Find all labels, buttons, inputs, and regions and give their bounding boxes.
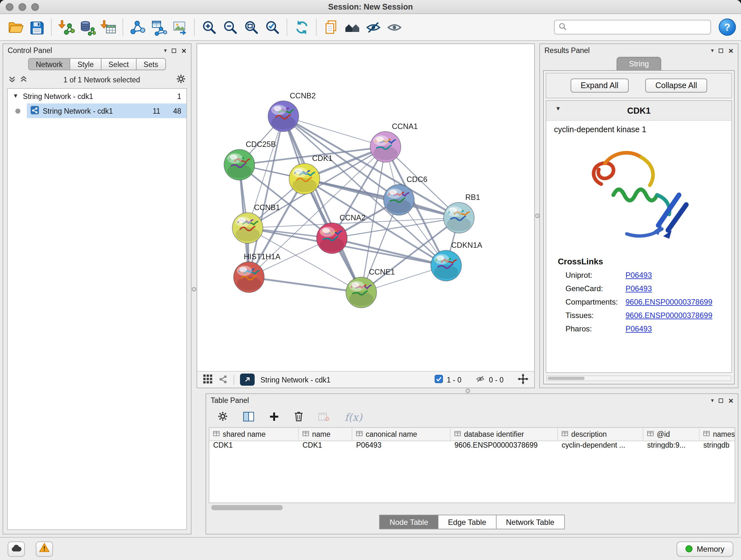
node-CDKN1A[interactable]: CDKN1A [431, 241, 482, 281]
node-CCNA1[interactable]: CCNA1 [370, 122, 418, 162]
column-header-namespace[interactable]: namespace [699, 428, 735, 441]
table-panel-close-button[interactable]: × [729, 396, 733, 405]
collapse-all-button[interactable]: Collapse All [645, 78, 708, 92]
collapse-all-icon[interactable] [8, 75, 16, 84]
node-RB1[interactable]: RB1 [444, 193, 480, 233]
network-view[interactable]: CCNB2CCNA1CDC25BCDK1CDC6RB1CCNB1CCNA2CDK… [197, 44, 535, 388]
export-image-button[interactable] [169, 16, 190, 38]
crosslink-link[interactable]: P06493 [625, 324, 652, 333]
hidden-eye-slash-icon[interactable] [475, 374, 485, 385]
warnings-button[interactable] [36, 541, 53, 557]
function-builder-button[interactable]: f(x) [345, 411, 362, 423]
tab-network-table[interactable]: Network Table [496, 515, 565, 530]
memory-button[interactable]: Memory [676, 541, 733, 557]
table-horizontal-scrollbar[interactable] [210, 504, 734, 511]
network-collection-row[interactable]: ▼ String Network - cdk1 1 [8, 89, 186, 104]
tab-edge-table[interactable]: Edge Table [439, 515, 496, 530]
edge-CCNB2-CCNE1[interactable] [283, 116, 361, 293]
table-mode-button[interactable] [218, 411, 228, 423]
hide-selected-button[interactable] [362, 16, 384, 38]
table-cell: CDK1 [299, 441, 352, 449]
control-panel-menu-button[interactable]: ▾ [164, 48, 167, 53]
zoom-out-button[interactable] [219, 16, 241, 38]
column-header-shared-name[interactable]: shared name [209, 428, 299, 441]
crosslink-link[interactable]: P06493 [625, 284, 652, 293]
protein-card-header[interactable]: ▼ CDK1 [546, 101, 731, 121]
show-columns-button[interactable] [243, 412, 254, 423]
node-CCNB1[interactable]: CCNB1 [232, 203, 280, 243]
tab-network[interactable]: Network [28, 58, 70, 70]
table-panel-split-handle[interactable] [197, 388, 738, 393]
houses-button[interactable] [341, 16, 362, 38]
create-column-button[interactable] [269, 412, 279, 423]
table-panel-float-button[interactable] [719, 398, 724, 402]
results-panel-menu-button[interactable]: ▾ [711, 48, 714, 53]
tab-select[interactable]: Select [102, 58, 137, 70]
crosslinks-list: Uniprot:P06493GeneCard:P06493Compartment… [546, 268, 731, 339]
close-window-button[interactable] [6, 3, 13, 11]
import-network-from-file-button[interactable] [56, 16, 77, 38]
import-table-from-file-button[interactable] [98, 16, 119, 38]
open-session-button[interactable] [5, 16, 26, 38]
minimize-window-button[interactable] [18, 3, 26, 11]
node-CDC25B[interactable]: CDC25B [224, 140, 276, 180]
edge-CDK1-RB1[interactable] [305, 179, 459, 218]
expand-all-icon[interactable] [20, 75, 27, 84]
table-cell: 9606.ENSP00000378699 [451, 441, 558, 449]
zoom-in-button[interactable] [199, 16, 219, 38]
node-HIST1H1A[interactable]: HIST1H1A [233, 252, 280, 293]
column-header-name[interactable]: name [299, 428, 352, 441]
search-input[interactable] [570, 23, 706, 31]
delete-columns-button[interactable] [294, 411, 303, 423]
grid-view-button[interactable] [203, 374, 212, 385]
results-panel-float-button[interactable] [719, 48, 724, 53]
crosslink-link[interactable]: 9606.ENSP00000378699 [625, 297, 712, 306]
save-session-button[interactable] [26, 16, 47, 38]
column-header-id[interactable]: @id [643, 428, 699, 441]
node-CDK1[interactable]: CDK1 [289, 154, 333, 194]
crosslink-link[interactable]: 9606.ENSP00000378699 [625, 311, 712, 320]
selected-checkbox-icon[interactable] [434, 375, 443, 384]
import-table-button[interactable] [319, 412, 329, 423]
control-panel-split-handle[interactable] [192, 44, 197, 535]
show-all-button[interactable] [384, 16, 405, 38]
column-header-canonical-name[interactable]: canonical name [352, 428, 451, 441]
crosslink-link[interactable]: P06493 [625, 270, 652, 279]
clone-network-button[interactable] [148, 16, 169, 38]
zoom-window-button[interactable] [31, 3, 39, 11]
expand-all-button[interactable]: Expand All [570, 78, 629, 92]
table-row[interactable]: CDK1CDK1P064939606.ENSP00000378699cyclin… [209, 441, 735, 449]
results-panel-close-button[interactable]: × [729, 46, 733, 55]
zoom-selected-button[interactable] [262, 16, 283, 38]
birdseye-button[interactable] [518, 374, 529, 386]
collapse-triangle-icon[interactable]: ▼ [13, 93, 18, 99]
network-options-gear-icon[interactable] [176, 74, 186, 85]
network-row[interactable]: String Network - cdk1 11 48 [8, 104, 186, 118]
column-header-database-identifier[interactable]: database identifier [451, 428, 558, 441]
tab-string[interactable]: String [617, 57, 661, 70]
scrollbar-thumb[interactable] [211, 505, 283, 510]
zoom-fit-button[interactable] [241, 16, 262, 38]
apply-layout-button[interactable] [291, 16, 312, 38]
control-panel-close-button[interactable]: × [182, 46, 186, 55]
control-panel-float-button[interactable] [172, 48, 177, 53]
cloud-button[interactable] [8, 541, 25, 557]
tab-node-table[interactable]: Node Table [380, 515, 439, 530]
edge-HIST1H1A-CCNE1[interactable] [249, 277, 361, 293]
open-external-button[interactable] [240, 374, 255, 386]
help-button[interactable]: ? [719, 18, 736, 36]
results-horizontal-scrollbar[interactable] [546, 375, 731, 381]
column-header-description[interactable]: description [558, 428, 643, 441]
import-network-from-database-button[interactable] [77, 16, 98, 38]
tab-sets[interactable]: Sets [137, 58, 166, 70]
table-panel-menu-button[interactable]: ▾ [711, 397, 714, 403]
tab-style[interactable]: Style [71, 58, 102, 70]
node-CCNB2[interactable]: CCNB2 [268, 91, 316, 132]
copy-document-button[interactable] [320, 16, 341, 38]
network-overview-button[interactable] [218, 374, 228, 385]
network-table-icon [150, 19, 167, 36]
edge-CCNB2-CCNA1[interactable] [283, 116, 386, 147]
results-panel-split-handle[interactable] [535, 44, 539, 388]
new-network-from-selection-button[interactable] [127, 16, 148, 38]
collapse-triangle-icon[interactable]: ▼ [555, 106, 561, 112]
